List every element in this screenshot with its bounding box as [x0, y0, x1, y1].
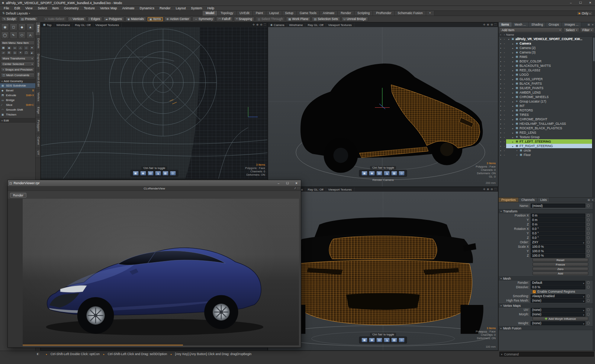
render-visibility-toggle[interactable]: ● — [502, 42, 506, 45]
zoom-in-icon[interactable]: ⊕ — [256, 23, 258, 27]
tool-button[interactable]: ◉ — [1, 23, 9, 31]
render-visibility-toggle[interactable]: ● — [502, 56, 506, 58]
property-field[interactable]: (none) — [531, 308, 585, 312]
tool-button[interactable]: ◻ — [10, 23, 17, 31]
maximize-viewport-icon[interactable]: ⛶ — [495, 23, 496, 27]
render-visibility-toggle[interactable]: ● — [502, 154, 506, 156]
expand-arrow-icon[interactable]: ▸ — [511, 96, 514, 98]
toolbar-button[interactable]: ∕Edges — [87, 17, 102, 22]
visibility-toggle[interactable]: ● — [499, 51, 502, 53]
visibility-toggle[interactable]: ● — [499, 87, 502, 89]
visibility-toggle[interactable]: ● — [499, 100, 502, 103]
item-menu-button[interactable]: Item Menu: New Item — [1, 40, 35, 45]
expand-arrow-icon[interactable]: ▸ — [511, 140, 514, 143]
render-visibility-toggle[interactable]: ● — [502, 82, 506, 85]
toolbar-button[interactable]: ▥Select Through — [255, 17, 285, 22]
tree-row[interactable]: ● ● ▸ ▦ RIMS — [499, 55, 595, 59]
command-input[interactable]: ▸ Command — [499, 352, 594, 357]
tree-row[interactable]: ● ● ▸ ▦ GLASS_UPPER — [499, 77, 595, 81]
geometry-tool-item[interactable]: ∕SliceShift+C — [0, 103, 35, 107]
menu-item[interactable]: Help — [205, 6, 217, 11]
render-visibility-toggle[interactable]: ● — [502, 123, 506, 125]
render-visibility-toggle[interactable]: ● — [502, 96, 506, 98]
tool-button[interactable]: ✎ — [10, 32, 17, 39]
render-visibility-toggle[interactable]: ● — [502, 145, 506, 147]
item-primitive-button[interactable]: △ — [18, 46, 23, 50]
tree-row[interactable]: ● ● ▸ ◉ Camera — [499, 41, 595, 46]
visibility-toggle[interactable]: ● — [499, 47, 502, 49]
property-field[interactable]: 100.0 % — [531, 245, 585, 249]
viewport-header-segment[interactable]: ▦Top — [41, 23, 54, 27]
expand-arrow-icon[interactable]: ▾ — [507, 38, 510, 40]
render-button[interactable]: Render — [10, 193, 26, 198]
expand-arrow-icon[interactable]: ▸ — [511, 105, 514, 107]
visibility-toggle[interactable]: ● — [499, 78, 502, 80]
channel-state-button[interactable] — [587, 281, 590, 284]
channel-state-button[interactable] — [587, 250, 590, 253]
viewport-mode-icon[interactable]: ▤ — [376, 338, 383, 342]
layout-tab[interactable]: UVEdit — [237, 11, 253, 16]
viewport-mode-icon[interactable]: ▣ — [361, 338, 368, 342]
tree-row[interactable]: ● ● ▸ ▦ AMBER_LENS — [499, 90, 595, 95]
tree-row[interactable]: ● ● ▸ ▦ RED_LENS — [499, 130, 595, 135]
property-field[interactable]: 0 m — [531, 222, 585, 227]
minimize-button[interactable]: – — [566, 0, 576, 6]
property-field[interactable]: 0 m — [531, 218, 585, 222]
channel-state-button[interactable] — [587, 245, 590, 248]
transform-button[interactable]: Reset — [533, 258, 588, 262]
render-visibility-toggle[interactable]: ● — [502, 78, 506, 80]
tool-button[interactable]: ⬭ — [18, 32, 26, 39]
viewport-header-segment[interactable]: Ray GL: Off — [305, 187, 326, 192]
pan-icon[interactable]: ✛ — [483, 188, 485, 191]
channel-state-button[interactable] — [587, 204, 590, 207]
viewport-mode-icon[interactable]: ◮ — [384, 338, 390, 342]
command-regions-checkbox[interactable]: ✓ — [533, 290, 536, 293]
run-only-button[interactable]: ▶ Only ▾ — [576, 11, 593, 16]
scrollbar-thumb[interactable] — [593, 38, 595, 61]
tree-row[interactable]: ● ● ▸ ▦ ROCKER_BLACK_PLASTICS — [499, 126, 595, 130]
channel-state-button[interactable] — [587, 227, 590, 230]
layout-tab[interactable]: + — [426, 11, 434, 16]
expand-arrow-icon[interactable]: + — [515, 149, 518, 152]
render-visibility-toggle[interactable]: ● — [502, 109, 506, 111]
toolbar-button[interactable]: ▾Auto-Select — [43, 17, 67, 22]
visibility-toggle[interactable]: ● — [499, 154, 502, 156]
menu-item[interactable]: Vertex Map — [97, 6, 120, 11]
menu-item[interactable]: Texture — [81, 6, 97, 11]
menu-item[interactable]: Item — [49, 6, 61, 11]
viewport-header-segment[interactable]: Ray GL: Off — [73, 23, 93, 27]
render-visibility-toggle[interactable]: ● — [502, 65, 506, 67]
toolbar-button[interactable]: ▦Work Plane — [286, 17, 311, 22]
vertex-maps-section-header[interactable]: ▾Vertex Maps — [499, 303, 595, 308]
expand-arrow-icon[interactable]: ▸ — [511, 114, 514, 116]
viewport-mode-icon[interactable]: ◎ — [170, 171, 176, 176]
viewport-mode-icon[interactable]: ◉ — [369, 338, 375, 342]
render-visibility-toggle[interactable]: ● — [502, 105, 506, 107]
filter-button[interactable]: Filter▾ — [580, 27, 594, 32]
tree-row[interactable]: ● ● ▸ ◉ Camera (2) — [499, 46, 595, 50]
tree-row[interactable]: ● ● ▸ ▦ LOGO — [499, 72, 595, 77]
layout-tab[interactable]: Animate — [320, 11, 338, 16]
menu-item[interactable]: Select — [35, 6, 49, 11]
tree-row[interactable]: ● ● ▸ ◉ Camera (3) — [499, 50, 595, 55]
tree-row[interactable]: ● ● ▸ ▦ CHROME_BRIGHT — [499, 117, 595, 121]
panel-menu-icon[interactable]: ≡ — [592, 23, 594, 26]
left-panel-toggle-button[interactable]: ◫Mesh Constraints — [1, 73, 35, 78]
tree-row[interactable]: ● ● ▸ ▦ BLACKOUTS_MATTS — [499, 64, 595, 68]
zoom-out-icon[interactable]: ⊖ — [260, 23, 262, 27]
tree-row[interactable]: ● ● ▸ ▦ HEADLAMP_TAILLAMP_GLASS — [499, 121, 595, 126]
sidebar-tab[interactable]: Polygon — [36, 117, 40, 134]
viewport-header-segment[interactable]: Wireframe — [287, 23, 306, 27]
viewport-top-view[interactable]: ▦TopWireframeRay GL: OffViewport Texture… — [41, 22, 268, 179]
property-field[interactable]: 0.0 % — [531, 285, 585, 289]
layout-tab[interactable]: Setup — [282, 11, 297, 16]
render-visibility-toggle[interactable]: ● — [502, 38, 506, 40]
layout-tab[interactable]: Layout — [266, 11, 282, 16]
item-primitive-button[interactable]: ✶ — [18, 51, 23, 55]
channel-state-button[interactable] — [587, 214, 590, 217]
render-visibility-toggle[interactable]: ● — [502, 114, 506, 116]
render-visibility-toggle[interactable]: ● — [502, 136, 506, 138]
property-field[interactable]: (none) — [531, 299, 585, 303]
channel-state-button[interactable] — [587, 299, 590, 302]
left-panel-dropdown[interactable]: Center Selected — [1, 62, 35, 66]
